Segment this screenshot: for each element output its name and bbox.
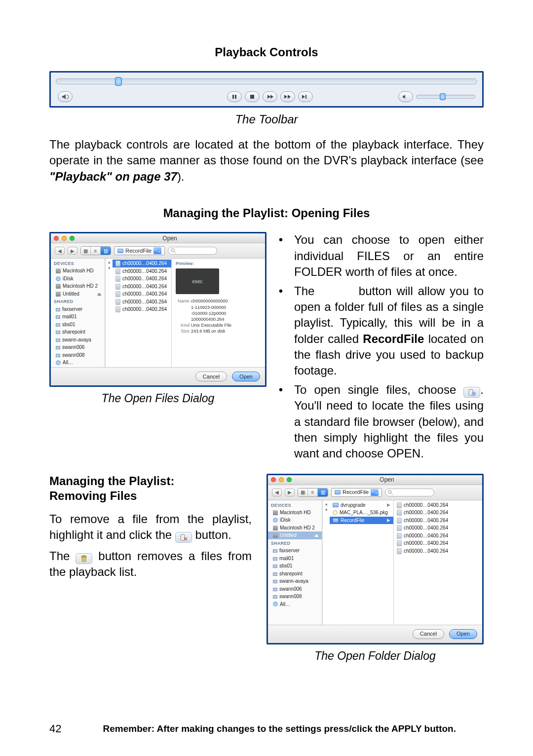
sidebar-item[interactable]: Macintosh HD bbox=[268, 509, 322, 517]
path-popup-label: RecordFile bbox=[343, 489, 369, 496]
sidebar-item[interactable]: swann006 bbox=[268, 585, 322, 593]
sidebar-item[interactable]: sbs01 bbox=[268, 562, 322, 570]
video-file-icon bbox=[115, 261, 120, 266]
volume-icon[interactable] bbox=[398, 91, 413, 102]
path-popup[interactable]: RecordFile ⌃⌄ bbox=[331, 488, 382, 497]
file-row[interactable]: ch00000…0400.264 bbox=[394, 547, 482, 555]
trash-inline-button[interactable] bbox=[76, 553, 92, 564]
sidebar-item[interactable]: sharepoint bbox=[268, 570, 322, 578]
column-view-icon[interactable]: ▥ bbox=[101, 247, 111, 255]
folder-row[interactable]: MAC_PLA…_536.pkg bbox=[330, 509, 393, 517]
view-mode-segmented[interactable]: ▦ ≡ ▥ bbox=[298, 488, 328, 497]
sidebar-item-all[interactable]: All… bbox=[51, 359, 105, 367]
nav-forward-button[interactable]: ▶ bbox=[68, 247, 77, 255]
sidebar-item-idisk[interactable]: iDisk bbox=[51, 275, 105, 283]
eject-icon[interactable]: ⏏ bbox=[97, 291, 102, 297]
skip-next-button[interactable] bbox=[298, 91, 313, 102]
file-row[interactable]: ch00000…0400.264 bbox=[394, 501, 482, 509]
search-input[interactable] bbox=[385, 489, 434, 496]
icon-view-icon[interactable]: ▦ bbox=[298, 489, 308, 496]
dialog-title: Open bbox=[77, 234, 262, 242]
file-row[interactable]: ch00000…0400.264 bbox=[394, 532, 482, 540]
sidebar-item[interactable]: swann008 bbox=[268, 593, 322, 601]
sidebar-item[interactable]: swann008 bbox=[51, 351, 105, 359]
file-row[interactable]: ch00000…0400.264 bbox=[113, 290, 171, 298]
volume-slider-track[interactable] bbox=[416, 95, 475, 99]
search-input[interactable] bbox=[168, 247, 217, 255]
file-row[interactable]: ch00000…0400.264 bbox=[113, 260, 171, 267]
heading-playback-controls: Playback Controls bbox=[49, 44, 484, 60]
svg-rect-3 bbox=[305, 95, 306, 99]
window-minimize-icon[interactable] bbox=[62, 236, 67, 241]
open-button[interactable]: Open bbox=[449, 629, 477, 639]
file-row[interactable]: ch00000…0400.264 bbox=[113, 283, 171, 291]
audio-toggle-button[interactable] bbox=[58, 91, 73, 102]
sidebar-item-untitled[interactable]: Untitled⏏ bbox=[51, 290, 105, 298]
sidebar-item-macintosh-hd[interactable]: Macintosh HD bbox=[51, 267, 105, 275]
folder-row-selected[interactable]: RecordFile▶ bbox=[330, 517, 393, 525]
sidebar-scroll[interactable]: ▴▾ bbox=[105, 259, 113, 367]
sidebar: DEVICES Macintosh HD iDisk Macintosh HD … bbox=[268, 500, 322, 625]
playback-scrubber-track[interactable] bbox=[56, 78, 477, 84]
path-popup[interactable]: RecordFile ⌃⌄ bbox=[114, 246, 165, 255]
sidebar-devices-header: DEVICES bbox=[51, 260, 105, 267]
file-row[interactable]: ch00000…0400.264 bbox=[394, 524, 482, 532]
sidebar-item[interactable]: sharepoint bbox=[51, 328, 105, 336]
sidebar-item-selected[interactable]: Untitled⏏ bbox=[268, 531, 322, 539]
icon-view-icon[interactable]: ▦ bbox=[81, 247, 91, 255]
server-icon bbox=[56, 331, 60, 334]
sidebar-item[interactable]: swann-avaya bbox=[268, 577, 322, 585]
window-close-icon[interactable] bbox=[54, 236, 59, 241]
file-row[interactable]: ch00000…0400.264 bbox=[113, 298, 171, 306]
window-minimize-icon[interactable] bbox=[279, 477, 284, 482]
window-close-icon[interactable] bbox=[271, 477, 276, 482]
fast-forward-button[interactable] bbox=[280, 91, 295, 102]
sidebar-item[interactable]: mail01 bbox=[268, 555, 322, 563]
window-zoom-icon[interactable] bbox=[287, 477, 292, 482]
view-mode-segmented[interactable]: ▦ ≡ ▥ bbox=[80, 246, 111, 255]
nav-back-button[interactable]: ◀ bbox=[55, 247, 65, 255]
remove-file-icon bbox=[180, 534, 188, 541]
file-row[interactable]: ch00000…0400.264 bbox=[394, 539, 482, 547]
pause-button[interactable] bbox=[227, 91, 242, 102]
rewind-button[interactable] bbox=[263, 91, 277, 102]
playback-scrubber-handle[interactable] bbox=[115, 77, 122, 86]
sidebar-item-all[interactable]: All… bbox=[268, 601, 322, 608]
file-row[interactable]: ch00000…0400.264 bbox=[394, 509, 482, 517]
open-button[interactable]: Open bbox=[232, 372, 260, 381]
sidebar-item[interactable]: swann006 bbox=[51, 343, 105, 351]
sidebar-item[interactable]: sbs01 bbox=[51, 321, 105, 329]
list-view-icon[interactable]: ≡ bbox=[91, 247, 101, 255]
folder-column: dvrupgrade▶ MAC_PLA…_536.pkg RecordFile▶ bbox=[330, 500, 394, 625]
eject-icon[interactable]: ⏏ bbox=[314, 532, 319, 538]
sidebar-item[interactable]: Macintosh HD 2 bbox=[268, 524, 322, 532]
sidebar-item[interactable]: swann-avaya bbox=[51, 336, 105, 344]
window-zoom-icon[interactable] bbox=[70, 236, 75, 241]
nav-back-button[interactable]: ◀ bbox=[272, 489, 282, 496]
column-view-icon[interactable]: ▥ bbox=[318, 489, 328, 496]
cancel-button[interactable]: Cancel bbox=[195, 372, 227, 381]
sidebar-item[interactable]: mail01 bbox=[51, 313, 105, 321]
sidebar-scroll[interactable]: ▴▾ bbox=[322, 500, 330, 625]
hdd-icon bbox=[273, 510, 278, 515]
sidebar-item[interactable]: faxserver bbox=[51, 305, 105, 313]
sidebar-item-macintosh-hd-2[interactable]: Macintosh HD 2 bbox=[51, 282, 105, 290]
remove-file-inline-button[interactable] bbox=[175, 532, 192, 543]
file-row[interactable]: ch00000…0400.264 bbox=[113, 275, 171, 283]
open-file-inline-button[interactable] bbox=[463, 387, 480, 398]
folder-row[interactable]: dvrupgrade▶ bbox=[330, 501, 393, 509]
sidebar-item[interactable]: iDisk bbox=[268, 516, 322, 524]
stop-button[interactable] bbox=[245, 91, 260, 102]
open-files-dialog: Open ◀ ▶ ▦ ≡ ▥ RecordFile ⌃⌄ bbox=[49, 232, 266, 387]
video-file-icon bbox=[397, 533, 402, 539]
sidebar-item[interactable]: faxserver bbox=[268, 547, 322, 555]
list-view-icon[interactable]: ≡ bbox=[308, 489, 318, 496]
package-icon bbox=[333, 510, 338, 515]
volume-slider-handle[interactable] bbox=[440, 93, 446, 100]
file-row[interactable]: ch00000…0400.264 bbox=[113, 267, 171, 275]
file-row[interactable]: ch00000…0400.264 bbox=[394, 517, 482, 525]
cancel-button[interactable]: Cancel bbox=[413, 629, 444, 639]
nav-forward-button[interactable]: ▶ bbox=[285, 489, 295, 496]
file-row[interactable]: ch00000…0400.264 bbox=[113, 305, 171, 313]
server-icon bbox=[56, 346, 60, 349]
